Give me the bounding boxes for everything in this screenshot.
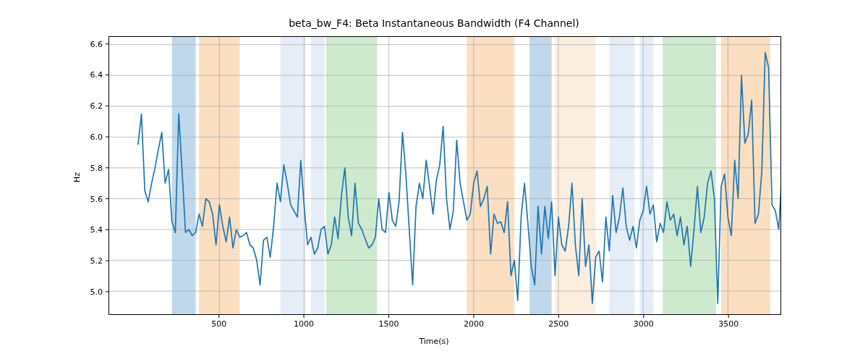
- region-band: [639, 37, 653, 314]
- plot-area: [109, 36, 781, 315]
- y-tick-label: 5.6: [90, 195, 103, 204]
- x-tick-label: 2000: [464, 319, 484, 329]
- region-band: [326, 37, 377, 314]
- region-band: [721, 37, 770, 314]
- y-tick-label: 5.0: [90, 287, 103, 297]
- region-band: [663, 37, 716, 314]
- y-tick-label: 6.4: [90, 70, 103, 80]
- y-tick-label: 6.6: [90, 40, 103, 49]
- x-axis-label: Time(s): [0, 337, 868, 346]
- y-tick-label: 5.4: [90, 225, 103, 235]
- y-axis-label: Hz: [72, 172, 82, 182]
- region-band: [172, 37, 196, 314]
- x-tick-label: 1000: [294, 319, 314, 329]
- x-tick-label: 1500: [379, 319, 399, 329]
- axes: 500100015002000250030003500 5.05.25.45.6…: [109, 36, 781, 315]
- y-tick-label: 5.2: [90, 256, 103, 266]
- y-tick-label: 5.8: [90, 164, 103, 173]
- x-tick-label: 3000: [634, 319, 654, 329]
- x-tick-label: 2500: [548, 319, 569, 329]
- region-band: [311, 37, 325, 314]
- chart-title: beta_bw_F4: Beta Instantaneous Bandwidth…: [0, 17, 868, 29]
- y-tick-label: 6.0: [90, 132, 103, 142]
- x-tick-label: 3500: [718, 319, 739, 329]
- region-bands: [172, 37, 770, 314]
- region-band: [609, 37, 634, 314]
- figure: beta_bw_F4: Beta Instantaneous Bandwidth…: [0, 0, 868, 362]
- x-axis: 500100015002000250030003500: [109, 315, 781, 337]
- region-band: [467, 37, 514, 314]
- region-band: [555, 37, 595, 314]
- x-tick-label: 500: [211, 319, 226, 329]
- y-tick-label: 6.2: [90, 101, 103, 111]
